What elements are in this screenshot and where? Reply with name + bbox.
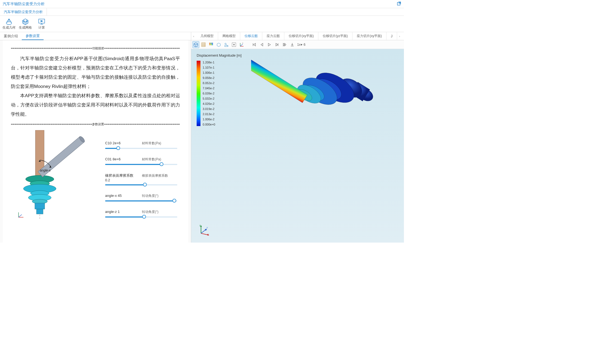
svg-rect-44 (251, 60, 307, 103)
tab-intro-label: 案例介绍 (4, 34, 18, 39)
svg-text:▾: ▾ (242, 42, 243, 44)
axis-triad-icon: Z Y X (198, 224, 210, 235)
legend-tick: 7.045e-2 (203, 87, 215, 90)
tab-scroll-right-button[interactable]: › (397, 32, 402, 40)
mesh-icon (21, 18, 29, 25)
param-slider[interactable] (105, 183, 177, 186)
description-p1: 汽车半轴防尘套受力分析APP基于伏图(Simdroid)通用多物理场仿真PaaS… (11, 54, 180, 91)
svg-line-20 (19, 215, 22, 217)
legend-tick: 3.019e-2 (203, 107, 215, 111)
svg-line-33 (240, 44, 243, 46)
description-block: 汽车半轴防尘套受力分析APP基于伏图(Simdroid)通用多物理场仿真PaaS… (11, 54, 180, 119)
legend-tick: 1.006e-1 (203, 71, 215, 74)
param-name: angle-z (105, 210, 117, 214)
legend-tick: 6.039e-2 (203, 92, 215, 95)
viewer-tab[interactable]: 几何模型 (196, 32, 218, 40)
anim-next-button[interactable] (273, 41, 281, 48)
param-slider[interactable] (105, 147, 177, 149)
svg-rect-27 (212, 44, 213, 45)
legend-tick: 8.052e-2 (203, 81, 215, 85)
param-value: 1 (118, 210, 120, 214)
main-toolbar: 生成几何 生成网格 计算 (0, 16, 404, 32)
viewer-tab-partial[interactable]: J (386, 32, 397, 40)
param-name: C01 (105, 157, 112, 161)
param-slider[interactable] (105, 199, 177, 202)
view-wireframe-icon[interactable] (215, 41, 222, 48)
generate-geometry-button[interactable]: 生成几何 (2, 17, 16, 31)
tab-params[interactable]: 参数设置 (22, 32, 44, 40)
svg-rect-21 (202, 43, 205, 47)
legend-title: Displacement Magnitude [m] (197, 53, 242, 57)
param-slider[interactable] (105, 163, 177, 166)
svg-text:Z: Z (199, 224, 201, 227)
svg-rect-12 (36, 209, 43, 214)
anim-play-button[interactable] (266, 41, 273, 48)
section-header-func: ========================================… (11, 46, 180, 50)
param-name: 橡胶表面摩擦系数 (105, 173, 133, 178)
viewer-tab[interactable]: 应力切片(xy平面) (352, 32, 386, 40)
svg-line-50 (201, 230, 206, 233)
legend-tick: 1.006e-2 (203, 118, 215, 121)
compute-icon (38, 18, 46, 25)
param-name: angle-x (105, 194, 117, 198)
svg-rect-11 (35, 203, 45, 209)
param-desc: 转动角度(°) (142, 194, 177, 198)
svg-rect-24 (212, 43, 213, 44)
view-colorgrid-icon[interactable] (208, 41, 215, 48)
viewer-tab[interactable]: 位移切片(yz平面) (318, 32, 352, 40)
param-value: 8e+6 (112, 157, 120, 161)
anim-first-button[interactable] (251, 41, 258, 48)
param-slider[interactable] (105, 215, 177, 218)
model-render (251, 60, 404, 212)
breadcrumb-label: 汽车半轴防尘套受力分析 (4, 10, 43, 14)
page-title: 汽车半轴防尘套受力分析 (3, 2, 45, 7)
param-value: 0.2 (105, 178, 110, 182)
left-content-scroll[interactable]: ========================================… (0, 40, 191, 243)
parameter-diagram: angle-x (11, 130, 93, 220)
viewer-canvas[interactable]: Displacement Magnitude [m] 1.208e-11.107… (191, 49, 404, 243)
view-grid-icon[interactable] (200, 41, 207, 48)
tab-intro[interactable]: 案例介绍 (0, 32, 22, 40)
anim-prev-button[interactable] (258, 41, 265, 48)
param-value: 45 (118, 194, 121, 198)
external-link-icon[interactable] (397, 1, 401, 7)
svg-text:X: X (208, 233, 209, 235)
legend-tick: 4.026e-2 (203, 102, 215, 105)
view-cube-icon[interactable] (192, 41, 199, 48)
svg-rect-26 (211, 44, 212, 45)
param-desc: 转动角度(°) (142, 210, 177, 214)
param-desc: 橡胶表面摩擦系数 (142, 173, 177, 178)
viewer-tab[interactable]: 网格模型 (218, 32, 240, 40)
svg-text:angle-x: angle-x (40, 169, 51, 172)
anim-export-icon[interactable] (289, 41, 296, 48)
viewer-tab[interactable]: 位移云图 (240, 32, 262, 40)
anim-last-button[interactable] (281, 41, 288, 48)
colorbar (197, 61, 200, 126)
param-value: 2e+6 (112, 141, 120, 145)
legend-tick: 9.058e-2 (203, 76, 215, 79)
param-desc: 材料常数(Pa) (142, 141, 177, 146)
legend-tick: 0.000e+0 (203, 123, 215, 126)
legend-tick: 1.107e-1 (203, 66, 215, 69)
tab-scroll-left-button[interactable]: ‹ (191, 32, 196, 40)
geometry-icon (5, 18, 13, 25)
legend-tick: 2.013e-2 (203, 112, 215, 116)
view-light-icon[interactable] (223, 41, 230, 48)
viewer-tab[interactable]: 应力云图 (262, 32, 284, 40)
svg-rect-22 (209, 43, 210, 44)
color-legend: Displacement Magnitude [m] 1.208e-11.107… (197, 53, 242, 126)
svg-line-48 (201, 233, 208, 235)
viewer-tab[interactable]: 位移切片(xy平面) (284, 32, 318, 40)
param-name: C10 (105, 141, 112, 145)
svg-rect-23 (211, 43, 212, 44)
section-header-params: ========================================… (11, 122, 180, 126)
legend-tick: 1.208e-1 (203, 61, 215, 64)
compute-button[interactable]: 计算 (35, 17, 48, 31)
tab-params-label: 参数设置 (26, 33, 40, 38)
axis-orientation-icon[interactable]: ▾ (238, 41, 245, 48)
anim-frame-number: 6 (304, 43, 306, 47)
view-fullscreen-icon[interactable] (230, 41, 237, 48)
anim-speed-selector[interactable]: 1x▾ (297, 43, 302, 47)
breadcrumb-tab[interactable]: 汽车半轴防尘套受力分析 (0, 8, 47, 16)
generate-mesh-button[interactable]: 生成网格 (19, 17, 32, 31)
